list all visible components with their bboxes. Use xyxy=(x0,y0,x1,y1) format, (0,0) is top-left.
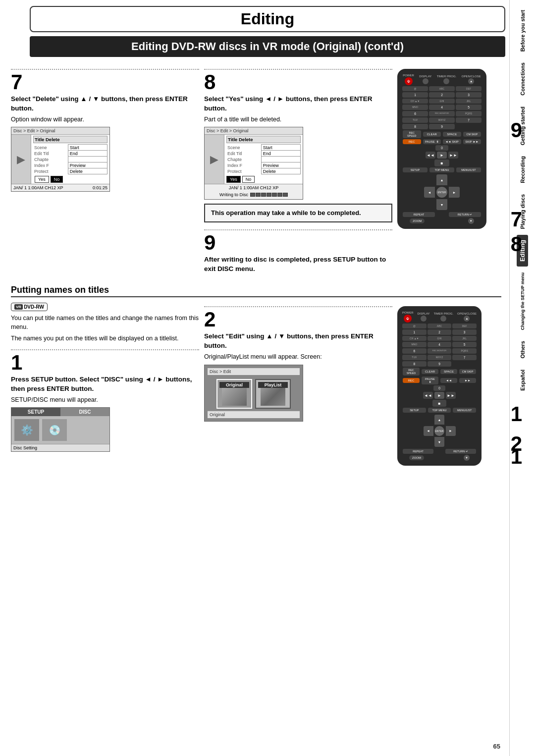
btn-jkl[interactable]: JKL xyxy=(456,99,482,104)
btn2-7[interactable]: 7 xyxy=(452,355,477,360)
btn2-rec-monitor[interactable]: REC MONITOR xyxy=(428,348,452,354)
skip-back-btn2[interactable]: ◄◄ xyxy=(440,378,457,383)
skip-fwd-btn[interactable]: SKIP ►► xyxy=(463,139,482,144)
btn-def[interactable]: DEF xyxy=(456,86,482,91)
btn-4[interactable]: 4 xyxy=(429,105,455,110)
btn2-4[interactable]: 4 xyxy=(428,342,452,347)
step-pn2-desc: Original/PlayList menu will appear. Scre… xyxy=(204,353,392,362)
play-btn[interactable]: ► xyxy=(437,152,447,159)
top-menu-btn[interactable]: TOP MENU xyxy=(429,167,454,172)
dpad-right[interactable]: ► xyxy=(449,187,460,198)
btn2-wxyz[interactable]: WXYZ xyxy=(428,355,452,360)
btn-3[interactable]: 3 xyxy=(456,92,482,98)
btn-abc[interactable]: ABC xyxy=(429,86,455,91)
zoom-btn[interactable]: ZOOM xyxy=(410,218,425,223)
space-btn[interactable]: SPACE xyxy=(443,132,461,137)
rec-speed-btn2[interactable]: REC SPEED xyxy=(403,368,420,376)
btn-ghi[interactable]: GHI xyxy=(429,99,455,104)
dpad2-enter[interactable]: ENTER xyxy=(434,426,444,436)
setup-btn[interactable]: SETUP xyxy=(403,167,428,172)
open-close-btn2[interactable]: ▲ xyxy=(464,316,470,322)
btn2-mno[interactable]: MNO xyxy=(402,342,427,347)
timer-prog-btn[interactable] xyxy=(443,78,449,84)
play-btn2[interactable]: ► xyxy=(434,392,444,399)
btn2-8[interactable]: 8 xyxy=(402,361,427,367)
power-btn[interactable]: ⏻ xyxy=(405,77,413,85)
btn2-2[interactable]: 2 xyxy=(428,329,452,335)
rec-btn[interactable]: REC xyxy=(403,139,421,144)
btn-6[interactable]: 6 xyxy=(402,111,428,116)
btn2-ch[interactable]: CH ▲▼ xyxy=(402,336,427,341)
btn2-5[interactable]: 5 xyxy=(452,342,477,347)
dpad2-up[interactable]: ▲ xyxy=(434,415,444,425)
return-btn2[interactable]: RETURN ↵ xyxy=(445,449,476,454)
menu-list-btn2[interactable]: MENU/LIST xyxy=(453,408,476,413)
btn-pqrs[interactable]: PQRS xyxy=(456,111,482,116)
repeat-btn2[interactable]: REPEAT xyxy=(403,449,433,454)
btn-rec-monitor[interactable]: REC MONITOR xyxy=(429,111,455,116)
zoom-btn2[interactable]: ZOOM xyxy=(409,455,424,460)
setup-btn2[interactable]: SETUP xyxy=(403,408,426,413)
btn2-0[interactable]: 0 xyxy=(433,385,445,391)
power-btn2[interactable]: ⏻ xyxy=(404,315,412,323)
btn-7[interactable]: 7 xyxy=(456,117,482,123)
clear-btn[interactable]: CLEAR xyxy=(423,132,441,137)
btn-8[interactable]: 8 xyxy=(402,124,428,129)
stop-btn[interactable]: ■ xyxy=(434,160,449,166)
down-arrow-btn2[interactable]: ▼ xyxy=(464,455,470,461)
btn-at[interactable]: @ xyxy=(402,86,428,91)
btn-2[interactable]: 2 xyxy=(429,92,455,98)
btn-tuv[interactable]: TUV xyxy=(402,117,428,123)
timer-prog-btn2[interactable] xyxy=(440,316,446,322)
rev-btn2[interactable]: ◄◄ xyxy=(423,392,433,399)
rev-btn[interactable]: ◄◄ xyxy=(426,152,435,159)
top-menu-btn2[interactable]: TOP MENU xyxy=(428,408,451,413)
btn2-6[interactable]: 6 xyxy=(402,348,427,354)
return-btn[interactable]: RETURN ↵ xyxy=(449,212,481,217)
repeat-btn[interactable]: REPEAT xyxy=(403,212,435,217)
btn2-def[interactable]: DEF xyxy=(452,324,477,328)
pause-btn[interactable]: PAUSE ⏸ xyxy=(423,139,441,144)
dpad-enter[interactable]: ENTER xyxy=(436,187,447,198)
btn-9[interactable]: 9 xyxy=(429,124,455,129)
btn-1[interactable]: 1 xyxy=(402,92,428,98)
btn-ch[interactable]: CH ▲▼ xyxy=(402,99,428,104)
skip-fwd-btn2[interactable]: ►► xyxy=(459,378,476,383)
btn2-9[interactable]: 9 xyxy=(428,361,452,367)
btn2-tuv[interactable]: TUV xyxy=(402,355,427,360)
btn2-pqrs[interactable]: PQRS xyxy=(452,348,477,354)
rec-btn2[interactable]: REC xyxy=(403,378,420,383)
menu-list-btn[interactable]: MENU/LIST xyxy=(456,167,481,172)
pause-btn2[interactable]: PAUSE ⏸ xyxy=(422,377,438,384)
dpad-up[interactable]: ▲ xyxy=(436,174,447,185)
fwd-btn2[interactable]: ►► xyxy=(446,392,456,399)
btn2-ghi[interactable]: GHI xyxy=(428,336,452,341)
space-btn2[interactable]: SPACE xyxy=(440,369,457,374)
btn2-jkl[interactable]: JKL xyxy=(452,336,477,341)
display-btn[interactable] xyxy=(423,78,428,84)
stop-btn2[interactable]: ■ xyxy=(432,400,446,407)
step7-yes-btn: Yes xyxy=(35,176,49,183)
dpad-left[interactable]: ◄ xyxy=(424,187,435,198)
dpad2-right[interactable]: ► xyxy=(446,426,456,436)
btn2-1[interactable]: 1 xyxy=(402,329,427,335)
rec-speed-btn[interactable]: REC SPEED xyxy=(403,130,421,138)
dpad-down[interactable]: ▼ xyxy=(436,199,447,210)
clear-btn2[interactable]: CLEAR xyxy=(422,369,438,374)
btn2-3[interactable]: 3 xyxy=(452,329,477,335)
btn-5[interactable]: 5 xyxy=(456,105,482,110)
btn2-at[interactable]: @ xyxy=(402,324,427,328)
display-btn2[interactable] xyxy=(421,316,427,322)
cm-skip-btn[interactable]: CM SKIP xyxy=(463,132,482,137)
btn-0[interactable]: 0 xyxy=(435,145,448,151)
dpad2-down[interactable]: ▼ xyxy=(434,437,444,447)
open-close-btn[interactable]: ▲ xyxy=(468,78,474,84)
btn2-abc[interactable]: ABC xyxy=(428,324,452,328)
btn-wxyz[interactable]: WXYZ xyxy=(429,117,455,123)
skip-back-btn[interactable]: ◄◄ SKIP xyxy=(443,139,461,144)
btn-mno[interactable]: MNO xyxy=(402,105,428,110)
fwd-btn[interactable]: ►► xyxy=(448,152,458,159)
cm-skip-btn2[interactable]: CM SKIP xyxy=(459,369,476,374)
dpad2-left[interactable]: ◄ xyxy=(424,426,433,436)
down-arrow-btn[interactable]: ▼ xyxy=(468,218,474,224)
